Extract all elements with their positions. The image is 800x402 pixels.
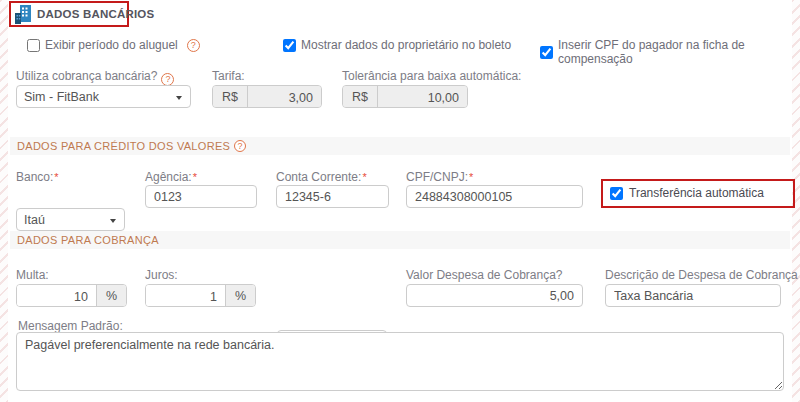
fine-input[interactable]	[17, 285, 96, 307]
inserir-cpf-checkbox[interactable]	[540, 46, 553, 59]
annotation-box-header: DADOS BANCÁRIOS	[9, 1, 129, 27]
expense-value-label: Valor Despesa de Cobrança?	[406, 268, 563, 282]
account-input[interactable]	[276, 185, 389, 208]
exibir-periodo-checkbox[interactable]	[27, 39, 40, 52]
expense-description-input[interactable]	[605, 284, 781, 307]
tariff-label: Tarifa:	[212, 69, 245, 83]
percent-suffix: %	[96, 285, 126, 306]
checkbox-exibir-periodo[interactable]: Exibir período do aluguel ?	[27, 38, 200, 52]
agency-label: Agência:*	[145, 170, 197, 184]
required-asterisk: *	[469, 171, 473, 183]
tolerance-label: Tolerância para baixa automática:	[342, 69, 521, 83]
checkbox-inserir-cpf[interactable]: Inserir CPF do pagador na ficha de compe…	[540, 38, 800, 66]
interest-input[interactable]	[146, 285, 225, 307]
tolerance-group: R$	[342, 85, 468, 108]
charge-section-header: DADOS PARA COBRANÇA	[10, 231, 790, 249]
tariff-input	[248, 86, 321, 108]
help-icon[interactable]: ?	[187, 39, 200, 52]
fine-label: Multa:	[16, 268, 49, 282]
currency-prefix: R$	[213, 86, 248, 107]
tariff-group: R$	[212, 85, 322, 108]
exibir-periodo-label: Exibir período do aluguel	[45, 38, 178, 52]
bank-select[interactable]: Itaú	[17, 209, 124, 230]
agency-input[interactable]	[145, 185, 257, 208]
auto-transfer-label: Transferência automática	[629, 186, 764, 200]
mostrar-dados-checkbox[interactable]	[283, 39, 296, 52]
percent-suffix: %	[225, 285, 255, 306]
expense-value-input[interactable]	[406, 284, 583, 307]
bank-label: Banco:*	[16, 170, 59, 184]
credit-section-header: DADOS PARA CRÉDITO DOS VALORES?	[10, 137, 790, 155]
uses-billing-label: Utiliza cobrança bancária??	[16, 69, 174, 86]
default-message-label: Mensagem Padrão:	[18, 319, 123, 333]
help-icon[interactable]: ?	[234, 140, 246, 152]
auto-transfer-checkbox-item[interactable]: Transferência automática	[610, 186, 764, 200]
mostrar-dados-label: Mostrar dados do proprietário no boleto	[301, 38, 511, 52]
uses-billing-select[interactable]: Sim - FitBank	[17, 86, 190, 107]
cpf-cnpj-label: CPF/CNPJ:*	[406, 170, 473, 184]
default-message-textarea[interactable]: Pagável preferencialmente na rede bancár…	[16, 332, 784, 391]
account-label: Conta Corrente:*	[276, 170, 367, 184]
fine-group: %	[16, 284, 127, 307]
uses-billing-select-wrap: Sim - FitBank	[16, 85, 191, 108]
expense-description-label: Descrição de Despesa de Cobrança	[605, 268, 798, 282]
tolerance-input	[378, 86, 467, 108]
required-asterisk: *	[362, 171, 366, 183]
page-title: DADOS BANCÁRIOS	[37, 8, 154, 20]
bank-buildings-icon	[15, 5, 32, 24]
bank-data-settings-page: DADOS BANCÁRIOS Exibir período do alugue…	[0, 0, 800, 402]
interest-group: %	[145, 284, 256, 307]
inserir-cpf-label: Inserir CPF do pagador na ficha de compe…	[558, 38, 800, 66]
checkbox-mostrar-dados[interactable]: Mostrar dados do proprietário no boleto	[283, 38, 511, 52]
required-asterisk: *	[193, 171, 197, 183]
required-asterisk: *	[54, 171, 58, 183]
auto-transfer-checkbox[interactable]	[610, 187, 623, 200]
currency-prefix: R$	[343, 86, 378, 107]
interest-label: Juros:	[145, 268, 178, 282]
cpf-cnpj-input[interactable]	[406, 185, 583, 208]
bank-select-wrap: Itaú	[16, 208, 125, 231]
